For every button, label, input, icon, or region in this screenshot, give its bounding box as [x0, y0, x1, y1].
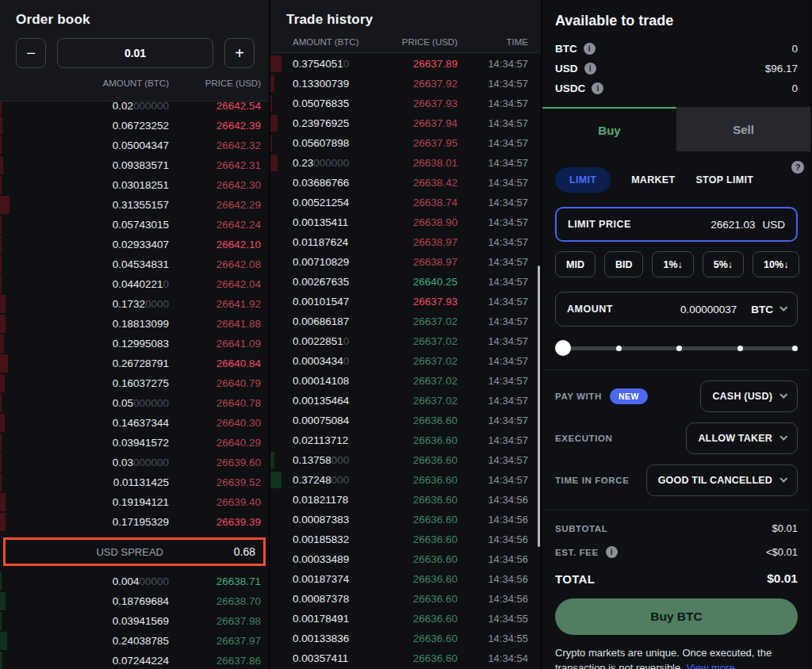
slider-handle[interactable]: [555, 340, 571, 356]
order-book-row[interactable]: 0.17195329 26639.39: [0, 512, 269, 532]
info-icon[interactable]: i: [584, 43, 596, 55]
trade-row[interactable]: 0.00178491 26636.60 14:34:55: [270, 609, 541, 629]
slider-dot-100[interactable]: [792, 346, 798, 351]
execution-dropdown[interactable]: ALLOW TAKER: [686, 422, 798, 454]
increment-button[interactable]: +: [224, 38, 255, 68]
order-book-row[interactable]: 0.19194121 26639.40: [0, 492, 269, 512]
order-type-market[interactable]: MARKET: [631, 174, 675, 185]
bid-button[interactable]: BID: [604, 251, 644, 277]
amount-currency-dropdown[interactable]: BTC: [751, 304, 786, 315]
order-book-row[interactable]: 0.03941572 26640.29: [0, 433, 269, 453]
order-book-row[interactable]: 0.00400000 26638.71: [0, 572, 269, 591]
price-cell: 26638.01: [396, 157, 458, 169]
trade-row[interactable]: 0.00034340 26637.02 14:34:57: [270, 351, 541, 371]
order-book-row[interactable]: 0.05000000 26640.78: [0, 393, 269, 413]
order-book-row[interactable]: 0.04534831 26642.08: [0, 254, 269, 274]
slider-dot-50[interactable]: [676, 346, 682, 351]
trade-row[interactable]: 0.00357411 26636.60 14:34:54: [270, 648, 541, 668]
tab-sell[interactable]: Sell: [676, 107, 810, 151]
trade-row[interactable]: 0.00686187 26637.02 14:34:57: [270, 312, 541, 331]
total-row: TOTAL $0.01: [555, 572, 798, 586]
decrement-button[interactable]: −: [16, 38, 46, 68]
trade-row[interactable]: 0.37248000 26636.60 14:34:57: [270, 470, 541, 490]
order-book-row[interactable]: 0.17320000 26641.92: [0, 294, 269, 314]
time-cell: 14:34:57: [458, 137, 541, 149]
trade-row[interactable]: 0.00135464 26637.02 14:34:57: [270, 391, 541, 411]
amount-slider[interactable]: [555, 340, 798, 356]
amount-cell: 0.00400000: [0, 575, 169, 587]
amount-input[interactable]: AMOUNT 0.00000037 BTC: [555, 292, 798, 327]
order-book-row[interactable]: 0.01131425 26639.52: [0, 472, 269, 492]
trade-row[interactable]: 0.00521254 26638.74 14:34:57: [270, 193, 541, 212]
slider-dot-25[interactable]: [616, 346, 622, 351]
info-icon[interactable]: i: [584, 63, 596, 75]
order-book-row[interactable]: 0.12995083 26641.09: [0, 334, 269, 354]
order-book-row[interactable]: 0.31355157 26642.29: [0, 195, 269, 215]
increment-input[interactable]: 0.01: [57, 38, 213, 68]
trade-row[interactable]: 0.00267635 26640.25 14:34:57: [270, 272, 541, 292]
minus-5-percent-button[interactable]: 5%↓: [703, 251, 744, 277]
order-type-limit[interactable]: LIMIT: [555, 167, 611, 193]
order-book-row[interactable]: 0.16037275 26640.79: [0, 373, 269, 393]
trade-row[interactable]: 0.00185832 26636.60 14:34:56: [270, 529, 541, 549]
trade-row[interactable]: 0.13300739 26637.92 14:34:57: [270, 74, 541, 94]
trade-row[interactable]: 0.00133836 26636.60 14:34:55: [270, 629, 541, 648]
price-cell: 26637.86: [169, 655, 269, 667]
trade-row[interactable]: 0.37540510 26637.89 14:34:57: [270, 54, 541, 74]
trade-row[interactable]: 0.00228510 26637.02 14:34:57: [270, 331, 541, 351]
minus-1-percent-button[interactable]: 1%↓: [652, 251, 693, 277]
minus-10-percent-button[interactable]: 10%↓: [753, 251, 799, 277]
trade-row[interactable]: 0.00033489 26636.60 14:34:56: [270, 549, 541, 569]
trade-row[interactable]: 0.00087378 26636.60 14:34:56: [270, 589, 541, 609]
order-book-row[interactable]: 0.04402210 26642.04: [0, 274, 269, 294]
order-book-row[interactable]: 0.26728791 26640.84: [0, 354, 269, 373]
trade-row[interactable]: 0.13758000 26636.60 14:34:57: [270, 450, 541, 470]
disclaimer-text: Crypto markets are unique. Once executed…: [555, 646, 798, 669]
order-book-row[interactable]: 0.03018251 26642.30: [0, 175, 269, 195]
info-icon[interactable]: i: [606, 546, 618, 558]
trade-row[interactable]: 0.23976925 26637.94 14:34:57: [270, 113, 541, 133]
trade-row[interactable]: 0.00087383 26636.60 14:34:56: [270, 510, 541, 529]
order-book-row[interactable]: 0.05743015 26642.24: [0, 215, 269, 235]
trade-row[interactable]: 0.02113712 26636.60 14:34:57: [270, 430, 541, 450]
trade-row[interactable]: 0.00075084 26636.60 14:34:57: [270, 411, 541, 430]
trade-row[interactable]: 0.00135411 26638.90 14:34:57: [270, 212, 541, 232]
price-cell: 26642.08: [169, 258, 269, 270]
amount-cell: 0.31355157: [0, 199, 169, 211]
order-book-row[interactable]: 0.09383571 26642.31: [0, 155, 269, 175]
tab-buy[interactable]: Buy: [542, 107, 676, 151]
time-cell: 14:34:57: [458, 236, 541, 248]
trade-row[interactable]: 0.03686766 26638.42 14:34:57: [270, 173, 541, 193]
view-more-link[interactable]: View more: [686, 662, 734, 669]
price-cell: 26640.79: [169, 377, 269, 389]
trade-row[interactable]: 0.23000000 26638.01 14:34:57: [270, 153, 541, 173]
order-type-stop-limit[interactable]: STOP LIMIT: [695, 174, 753, 185]
order-book-row[interactable]: 0.18769684 26638.70: [0, 591, 269, 611]
trade-row[interactable]: 0.00710829 26638.97 14:34:57: [270, 252, 541, 272]
info-icon[interactable]: i: [592, 82, 603, 94]
order-book-row[interactable]: 0.03000000 26639.60: [0, 453, 269, 472]
order-book-row[interactable]: 0.18813099 26641.88: [0, 314, 269, 334]
order-book-row[interactable]: 0.07244224 26637.86: [0, 651, 269, 669]
order-book-row[interactable]: 0.14637344 26640.30: [0, 413, 269, 433]
scrollbar-thumb[interactable]: [538, 266, 540, 547]
order-book-row[interactable]: 0.02933407 26642.10: [0, 235, 269, 254]
order-book-row[interactable]: 0.06723252 26642.39: [0, 116, 269, 136]
trade-row[interactable]: 0.05607898 26637.95 14:34:57: [270, 133, 541, 153]
pay-with-dropdown[interactable]: CASH (USD): [700, 380, 798, 412]
trade-row[interactable]: 0.01821178 26636.60 14:34:56: [270, 490, 541, 510]
trade-row[interactable]: 0.01187624 26638.97 14:34:57: [270, 232, 541, 252]
trade-row[interactable]: 0.05076835 26637.93 14:34:57: [270, 94, 541, 113]
time-in-force-dropdown[interactable]: GOOD TIL CANCELLED: [646, 464, 798, 496]
trade-row[interactable]: 0.00101547 26637.93 14:34:57: [270, 292, 541, 312]
limit-price-input[interactable]: LIMIT PRICE 26621.03 USD: [555, 207, 798, 242]
order-book-row[interactable]: 0.05004347 26642.32: [0, 136, 269, 155]
trade-row[interactable]: 0.00014108 26637.02 14:34:57: [270, 371, 541, 391]
buy-btc-button[interactable]: Buy BTC: [555, 598, 798, 635]
order-book-row[interactable]: 0.03941569 26637.98: [0, 611, 269, 631]
order-book-row[interactable]: 0.24038785 26637.97: [0, 631, 269, 651]
mid-button[interactable]: MID: [555, 251, 596, 277]
slider-dot-75[interactable]: [737, 346, 743, 351]
help-icon[interactable]: ?: [791, 161, 804, 174]
trade-row[interactable]: 0.00187374 26636.60 14:34:56: [270, 569, 541, 589]
